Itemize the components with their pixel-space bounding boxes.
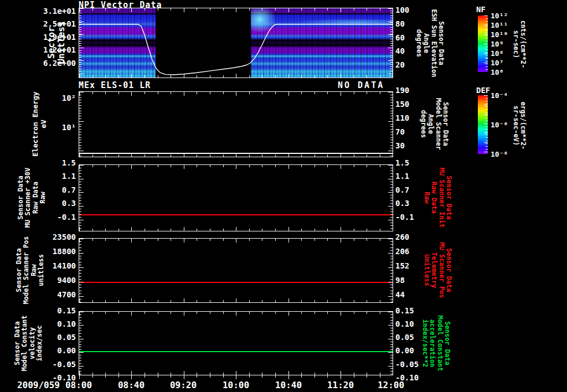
y2-tick-label: 0.15 [395,306,429,315]
axis-ticks [79,375,393,379]
def-tick-label: 10⁻⁴ [491,91,508,100]
nf-colorbar-title: NF [476,5,486,14]
nf-tick-label: 10¹¹ [491,21,508,29]
axis-ticks [79,239,393,243]
time-tick-label: 10:00 [223,380,249,390]
panel-els-spectrogram [79,91,393,157]
axis-ticks [79,298,393,302]
nf-tick-label: 10⁹ [491,40,503,48]
y2-tick-label: 260 [395,233,429,241]
axis-ticks [79,153,393,157]
time-tick-label: 08:40 [118,380,145,390]
panel-mu-scanner-raw [79,164,393,231]
esh-elevation-line [79,8,393,78]
nf-tick-label: 10¹⁰ [491,30,508,39]
mu-scanner-raw-line [79,214,393,215]
panel2-left-axis-label: Electron Energy eV [32,91,48,156]
panel-model-constant [79,311,393,375]
axis-ticks [79,312,393,316]
panel3-left-axis-label: Sensor Data MU Scanner +30V Raw Data Raw [17,168,47,228]
y2-tick-label: 1.5 [395,158,429,167]
axis-ticks [388,92,393,157]
panel2-title: MEx ELS-01 LR [79,80,151,90]
y-tick-label: 1.5 [0,158,76,167]
axis-ticks [388,312,393,375]
y2-tick-label: 190 [395,86,429,95]
def-colorbar [478,95,488,154]
plot-window: NPI Vector Data 3.1e+01 2.5e+01 1.9e+01 … [0,0,567,392]
axis-ticks [79,239,84,302]
def-unit-label: ergs/(cm**2-sr-sec-eV) [512,102,527,150]
panel-scanner-pos [79,238,393,303]
nf-unit-label: cnts/(cm**2-sr-sec) [512,20,527,69]
panel5-right-axis-label: Sensor Data Model Constant acceleration … [421,315,451,371]
axis-ticks [79,371,393,375]
scanner-pos-line [79,282,393,283]
panel5-left-axis-label: Sensor Data Model Constant velocity inde… [14,315,44,371]
axis-ticks [79,92,393,96]
nf-tick-label: 10¹² [491,12,508,20]
def-tick-label: 10⁻⁶ [491,121,508,129]
time-tick-label: 08:00 [65,380,92,390]
time-tick-label: 12:00 [378,380,404,390]
axis-ticks [79,165,393,169]
axis-ticks [79,74,393,78]
nf-tick-label: 10⁶ [491,68,503,76]
axis-ticks [79,227,393,231]
nf-colorbar [478,16,488,72]
panel4-right-axis-label: Sensor Data MU Scanner Pos Telemetry Uni… [422,242,452,298]
axis-ticks [388,165,393,231]
panel-npi-spectrogram [79,8,393,78]
axis-ticks [79,312,84,375]
y-tick-label: 0.15 [0,306,76,315]
def-tick-label: 10⁻⁸ [491,150,508,158]
axis-ticks [388,239,393,302]
axis-ticks [388,8,393,78]
time-tick-label: 09:20 [170,380,197,390]
time-tick-label: 10:40 [275,380,302,390]
nf-tick-label: 10⁸ [491,49,503,58]
def-colorbar-title: DEF [476,86,490,95]
model-constant-line [79,351,393,352]
panel3-right-axis-label: Sensor Data MU Scanner Init Raw Data Raw [422,168,452,228]
panel2-no-data-label: NO DATA [338,80,384,90]
axis-ticks [79,8,84,78]
nf-tick-label: 10⁷ [491,59,503,67]
panel1-right-axis-label: Sensor Data ESH Sun Elevation Angle degr… [415,9,445,78]
axis-ticks [79,92,84,157]
panel1-left-axis-label: Sector Unitless [47,21,67,64]
time-tick-label: 11:20 [327,380,354,390]
axis-ticks [79,8,393,12]
y-tick-label: 3.1e+01 [0,7,76,16]
panel4-left-axis-label: Sensor Data Model Scanner Pos Raw unitle… [16,236,45,305]
panel2-right-axis-label: Sensor Data Model Scanner Angle degrees [419,98,449,150]
axis-ticks [79,165,84,231]
date-label: 2009/059 [0,380,60,390]
